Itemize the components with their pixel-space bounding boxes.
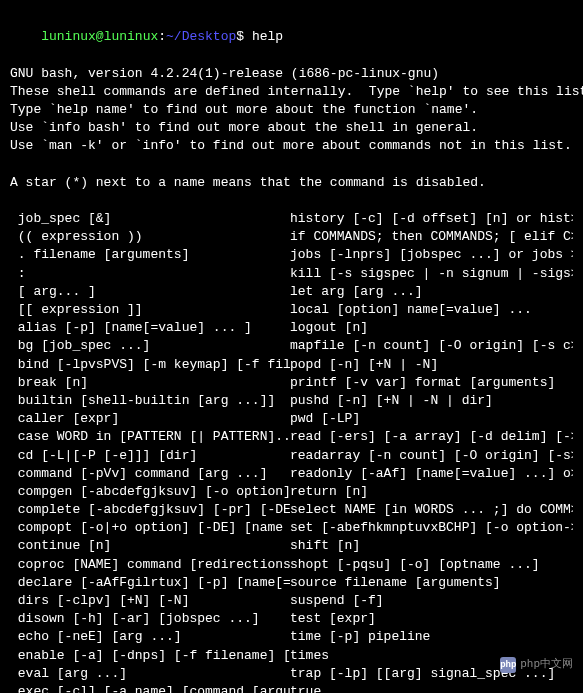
help-entry: logout [n] (290, 319, 573, 337)
help-entry: readarray [-n count] [-O origin] [-s> (290, 447, 573, 465)
help-entry: let arg [arg ...] (290, 283, 573, 301)
prompt-user: luninux@luninux (41, 29, 158, 44)
help-entry: pwd [-LP] (290, 410, 573, 428)
help-entry: job_spec [&] (10, 210, 290, 228)
help-columns: job_spec [&] (( expression )) . filename… (10, 210, 573, 693)
prompt-path: ~/Desktop (166, 29, 236, 44)
help-entry: set [-abefhkmnptuvxBCHP] [-o option-> (290, 519, 573, 537)
help-entry: popd [-n] [+N | -N] (290, 356, 573, 374)
help-header-line (10, 192, 573, 210)
help-entry: shopt [-pqsu] [-o] [optname ...] (290, 556, 573, 574)
help-header-line: A star (*) next to a name means that the… (10, 174, 573, 192)
watermark-text: php中文网 (520, 657, 573, 672)
help-entry: compgen [-abcdefgjksuv] [-o option] > (10, 483, 290, 501)
help-entry: [ arg... ] (10, 283, 290, 301)
help-header-line: GNU bash, version 4.2.24(1)-release (i68… (10, 65, 573, 83)
help-entry: read [-ers] [-a array] [-d delim] [-> (290, 428, 573, 446)
help-entry: bg [job_spec ...] (10, 337, 290, 355)
help-entry: select NAME [in WORDS ... ;] do COMM> (290, 501, 573, 519)
help-entry: case WORD in [PATTERN [| PATTERN]...)> (10, 428, 290, 446)
help-entry: local [option] name[=value] ... (290, 301, 573, 319)
help-entry: time [-p] pipeline (290, 628, 573, 646)
help-entry: kill [-s sigspec | -n signum | -sigs> (290, 265, 573, 283)
command-text: help (252, 29, 283, 44)
help-entry: exec [-cl] [-a name] [command [argume> (10, 683, 290, 693)
help-header: GNU bash, version 4.2.24(1)-release (i68… (10, 65, 573, 211)
help-entry: bind [-lpvsPVS] [-m keymap] [-f filen> (10, 356, 290, 374)
watermark: php php中文网 (500, 657, 573, 673)
help-entry: builtin [shell-builtin [arg ...]] (10, 392, 290, 410)
help-entry: echo [-neE] [arg ...] (10, 628, 290, 646)
help-header-line: These shell commands are defined interna… (10, 83, 573, 101)
help-entry: printf [-v var] format [arguments] (290, 374, 573, 392)
help-entry: cd [-L|[-P [-e]]] [dir] (10, 447, 290, 465)
help-column-left: job_spec [&] (( expression )) . filename… (10, 210, 290, 693)
help-entry: caller [expr] (10, 410, 290, 428)
help-entry: dirs [-clpv] [+N] [-N] (10, 592, 290, 610)
help-header-line: Type `help name' to find out more about … (10, 101, 573, 119)
help-entry: declare [-aAfFgilrtux] [-p] [name[=va> (10, 574, 290, 592)
help-entry: break [n] (10, 374, 290, 392)
help-entry: command [-pVv] command [arg ...] (10, 465, 290, 483)
help-entry: true (290, 683, 573, 693)
help-entry: compopt [-o|+o option] [-DE] [name ..> (10, 519, 290, 537)
help-entry: shift [n] (290, 537, 573, 555)
help-header-line: Use `info bash' to find out more about t… (10, 119, 573, 137)
help-entry: (( expression )) (10, 228, 290, 246)
help-entry: complete [-abcdefgjksuv] [-pr] [-DE] > (10, 501, 290, 519)
help-column-right: history [-c] [-d offset] [n] or hist>if … (290, 210, 573, 693)
help-entry: : (10, 265, 290, 283)
help-entry: suspend [-f] (290, 592, 573, 610)
help-entry: test [expr] (290, 610, 573, 628)
help-entry: return [n] (290, 483, 573, 501)
help-entry: readonly [-aAf] [name[=value] ...] o> (290, 465, 573, 483)
php-icon: php (500, 657, 516, 673)
help-entry: continue [n] (10, 537, 290, 555)
help-entry: history [-c] [-d offset] [n] or hist> (290, 210, 573, 228)
help-header-line (10, 156, 573, 174)
help-entry: enable [-a] [-dnps] [-f filename] [na> (10, 647, 290, 665)
help-entry: jobs [-lnprs] [jobspec ...] or jobs > (290, 246, 573, 264)
help-entry: [[ expression ]] (10, 301, 290, 319)
prompt-line-1: luninux@luninux:~/Desktop$ help (10, 10, 573, 65)
help-entry: pushd [-n] [+N | -N | dir] (290, 392, 573, 410)
help-entry: source filename [arguments] (290, 574, 573, 592)
help-entry: eval [arg ...] (10, 665, 290, 683)
help-entry: if COMMANDS; then COMMANDS; [ elif C> (290, 228, 573, 246)
help-entry: alias [-p] [name[=value] ... ] (10, 319, 290, 337)
help-entry: . filename [arguments] (10, 246, 290, 264)
help-entry: mapfile [-n count] [-O origin] [-s c> (290, 337, 573, 355)
help-entry: coproc [NAME] command [redirections] (10, 556, 290, 574)
help-entry: disown [-h] [-ar] [jobspec ...] (10, 610, 290, 628)
help-header-line: Use `man -k' or `info' to find out more … (10, 137, 573, 155)
terminal-window[interactable]: luninux@luninux:~/Desktop$ help GNU bash… (10, 10, 573, 693)
